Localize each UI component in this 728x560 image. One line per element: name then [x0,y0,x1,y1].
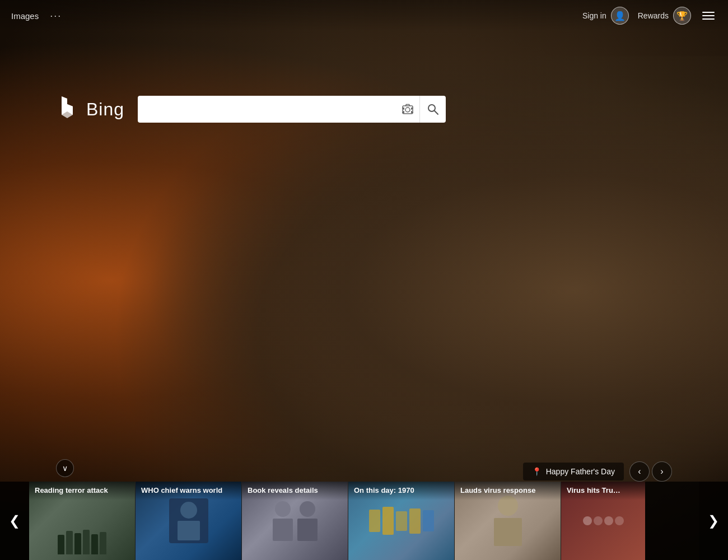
news-item-4[interactable]: On this day: 1970 [348,482,455,560]
trophy-icon: 🏆 [676,11,688,21]
carousel-right-arrow[interactable]: ❯ [699,482,728,560]
news-item-3[interactable]: Book reveals details [242,482,348,560]
camera-icon [402,103,414,115]
rewards-button[interactable]: Rewards 🏆 [638,7,691,25]
rewards-label: Rewards [638,11,669,20]
bing-logo-icon [56,95,81,123]
news-label-6: Virus hits Tru… [561,482,645,500]
carousel-left-arrow[interactable]: ❮ [0,482,29,560]
search-area: Bing [56,95,446,123]
carousel-navigation: ‹ › [629,461,672,482]
chevron-left-icon: ‹ [638,466,641,477]
user-icon: 👤 [614,11,626,21]
expand-button[interactable]: ∨ [56,459,74,477]
magnifier-icon [427,103,439,115]
svg-point-1 [405,108,410,112]
menu-line-2 [702,15,715,16]
police-silhouettes [58,530,106,554]
carousel-prev-button[interactable]: ‹ [629,461,650,482]
carousel-next-button[interactable]: › [652,461,672,482]
news-label-4: On this day: 1970 [348,482,454,500]
visual-search-button[interactable] [395,96,420,123]
arrow-right-icon: ❯ [708,513,719,529]
menu-line-1 [702,12,715,13]
location-pin-icon: 📍 [532,467,542,476]
svg-rect-3 [403,108,404,110]
svg-rect-9 [411,111,412,113]
news-carousel: ❮ Reading terror attack [0,482,728,560]
nav-more-dots[interactable]: ··· [50,10,62,22]
holiday-label: Happy Father's Day [546,467,615,476]
news-item-2[interactable]: WHO chief warns world [136,482,242,560]
signin-label: Sign in [582,11,606,20]
news-item-5[interactable]: Lauds virus response [455,482,561,560]
news-items-container: Reading terror attack WHO chief warns wo… [29,482,699,560]
user-avatar: 👤 [611,7,629,25]
hamburger-menu-button[interactable] [700,10,717,22]
news-label-3: Book reveals details [242,482,348,500]
search-icons [395,96,446,123]
holiday-badge[interactable]: 📍 Happy Father's Day [523,463,624,480]
nav-images-link[interactable]: Images [11,11,39,21]
nav-right: Sign in 👤 Rewards 🏆 [582,7,717,25]
svg-line-11 [435,111,438,114]
svg-point-10 [428,105,435,111]
bing-logo-text: Bing [86,99,124,120]
bing-logo: Bing [56,95,124,123]
news-label-2: WHO chief warns world [136,482,241,500]
bottom-info-bar: 📍 Happy Father's Day ‹ › [523,461,672,482]
svg-rect-5 [411,108,412,110]
search-box [138,96,446,123]
menu-line-3 [702,18,715,20]
rewards-icon: 🏆 [673,7,691,25]
news-label-5: Lauds virus response [455,482,561,500]
news-label-1: Reading terror attack [29,482,135,500]
chevron-right-icon: › [660,466,663,477]
svg-rect-7 [403,111,404,113]
news-item-6[interactable]: Virus hits Tru… [561,482,645,560]
top-navigation: Images ··· Sign in 👤 Rewards 🏆 [0,0,728,31]
search-button[interactable] [420,96,446,123]
nav-left: Images ··· [11,10,62,22]
chevron-down-icon: ∨ [62,464,68,473]
arrow-left-icon: ❮ [9,513,20,529]
signin-button[interactable]: Sign in 👤 [582,7,629,25]
news-item-1[interactable]: Reading terror attack [29,482,136,560]
